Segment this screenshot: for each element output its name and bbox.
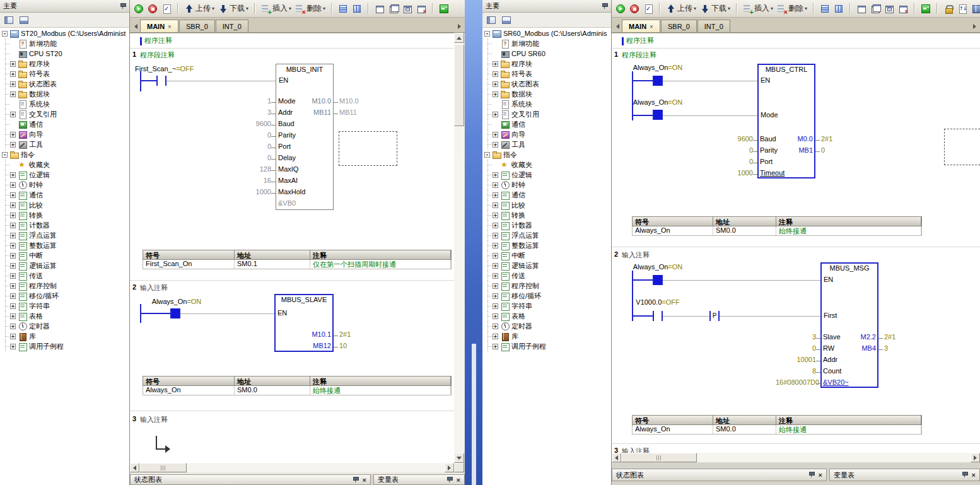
expander-icon[interactable]: + [10,112,16,117]
block-pin-row[interactable]: M10.1 2#1 [230,329,406,340]
expander-icon[interactable]: + [10,273,16,279]
tree-item[interactable]: + 调用子例程 [0,341,129,351]
toolbar-button[interactable] [846,1,855,16]
toolbar-button[interactable] [910,1,919,16]
tree-root-instructions[interactable]: - 指令 [482,149,611,160]
ladder-editor[interactable]: 程序注释 1 程序段注释 Always_On=ON Always_On=ON [612,33,980,453]
expander-icon[interactable]: + [10,243,16,248]
panel-view-button[interactable] [3,15,15,26]
tree-item[interactable]: 收藏夹 [0,160,129,170]
expander-icon[interactable]: - [484,31,490,37]
toolbar-button[interactable] [400,1,414,16]
toolbar-button[interactable]: 下载 ▾ [216,1,250,16]
tree-item[interactable]: + 程序块 [0,59,129,69]
selection-box[interactable] [944,129,980,165]
scroll-up-button[interactable] [454,33,464,43]
toolbar-button[interactable]: 删除 ▾ [775,1,809,16]
expander-icon[interactable]: + [10,263,16,269]
contact-v1000[interactable] [653,311,663,321]
symbol-row[interactable]: First_Scan_On SM0.1 仅在第一个扫描周期时接通 [143,260,452,269]
pin-icon[interactable] [962,472,968,478]
dropdown-arrow-icon[interactable]: ▾ [289,6,291,11]
tree-root-instructions[interactable]: - 指令 [0,149,129,160]
toolbar-button[interactable] [336,1,350,16]
tree-item[interactable]: + 比较 [482,200,611,210]
tree-item[interactable]: + 工具 [482,139,611,149]
expander-icon[interactable]: + [493,253,498,259]
expander-icon[interactable]: + [493,202,498,208]
expander-icon[interactable]: + [493,213,498,218]
tree-item[interactable]: + 程序控制 [482,281,611,291]
expander-icon[interactable]: + [493,303,498,309]
mbus-msg-block[interactable]: MBUS_MSG EN First 3 Slave M2.2 2#1 [776,262,965,388]
program-comment[interactable]: 程序注释 [626,36,654,45]
expander-icon[interactable]: + [493,313,498,319]
expander-icon[interactable]: + [493,344,498,349]
expander-icon[interactable]: + [10,213,16,218]
tree-item[interactable]: + 库 [0,331,129,341]
tree-item[interactable]: + 调用子例程 [482,341,611,351]
scroll-thumb[interactable] [139,463,187,472]
tree-item[interactable]: + 程序控制 [0,281,129,291]
toolbar-button[interactable] [919,1,933,16]
expander-icon[interactable]: + [10,283,16,289]
toolbar-button[interactable]: 上传 ▾ [664,1,698,16]
toolbar-button[interactable] [942,1,955,16]
toolbar-button[interactable] [614,1,627,16]
block-pin-row[interactable]: 9600 Baud [231,118,407,129]
tree-item[interactable]: + 数据块 [482,89,611,99]
tree-item[interactable]: + 符号表 [0,69,129,79]
tree-item[interactable]: + 整数运算 [0,240,129,250]
expander-icon[interactable]: + [493,223,498,228]
tree-item[interactable]: + 通信 [0,190,129,200]
tree-item[interactable]: 通信 [482,119,611,129]
expander-icon[interactable] [493,122,498,127]
positive-edge-element[interactable]: P [709,311,720,321]
ladder-editor[interactable]: 程序注释 1 程序段注释 First_Scan_~=OFF MBUS_INIT … [130,33,454,463]
network-comment[interactable]: 程序段注释 [622,50,656,60]
expander-icon[interactable] [493,41,498,47]
expander-icon[interactable]: + [493,172,498,178]
tab-close-icon[interactable]: × [650,23,653,30]
block-pin-row[interactable]: 1000 MaxHold [231,186,407,197]
block-pin-row[interactable]: 0 Parity MB1 0 [713,144,902,156]
tree-item[interactable]: + 移位/循环 [0,291,129,301]
expander-icon[interactable]: + [10,142,16,148]
expander-icon[interactable]: + [10,253,16,259]
toolbar-button[interactable] [832,1,846,16]
panel-view-button[interactable] [500,15,513,26]
dropdown-arrow-icon[interactable]: ▾ [805,6,807,11]
expander-icon[interactable]: + [10,293,16,299]
symbol-row[interactable]: Always_On SM0.0 始终接通 [632,226,922,236]
tree-item[interactable]: + 状态图表 [482,79,611,89]
block-pin-row[interactable]: 10001 Addr [776,354,965,365]
toolbar-button[interactable] [428,1,437,16]
tree-item[interactable]: 通信 [0,119,129,129]
toolbar-button[interactable] [350,1,364,16]
toolbar-button[interactable] [809,1,818,16]
scroll-left-button[interactable] [130,463,139,472]
tree-item[interactable]: + 字符串 [0,301,129,311]
tree-item[interactable]: + 传送 [0,271,129,281]
expander-icon[interactable]: + [493,61,498,67]
tree-item[interactable]: CPU ST20 [0,49,129,59]
close-icon[interactable]: × [972,472,976,478]
toolbar-button[interactable] [387,1,400,16]
block-pin-row[interactable]: 0 RW MB4 3 [776,342,965,354]
tree-item[interactable]: 新增功能 [482,38,611,49]
contact-always-on[interactable] [653,275,663,285]
toolbar-button[interactable]: 删除 ▾ [293,1,327,16]
expander-icon[interactable]: + [493,324,498,329]
tree-root-project[interactable]: - SR60_Modbus (C:\Users\Adminis [482,28,611,38]
expander-icon[interactable]: + [493,273,498,279]
block-pin-row[interactable]: 8 Count [776,365,965,377]
tree-item[interactable]: + 整数运算 [482,240,611,250]
expander-icon[interactable]: + [10,303,16,309]
expander-icon[interactable]: + [493,132,498,137]
network-comment[interactable]: 输入注释 [140,283,168,293]
toolbar-button[interactable] [933,1,942,16]
network-comment[interactable]: 输入注释 [622,250,650,260]
expander-icon[interactable]: + [10,233,16,238]
expander-icon[interactable]: + [493,182,498,188]
mbus-ctrl-block[interactable]: MBUS_CTRL EN Mode 9600 Baud M0.0 2#1 [713,64,902,178]
